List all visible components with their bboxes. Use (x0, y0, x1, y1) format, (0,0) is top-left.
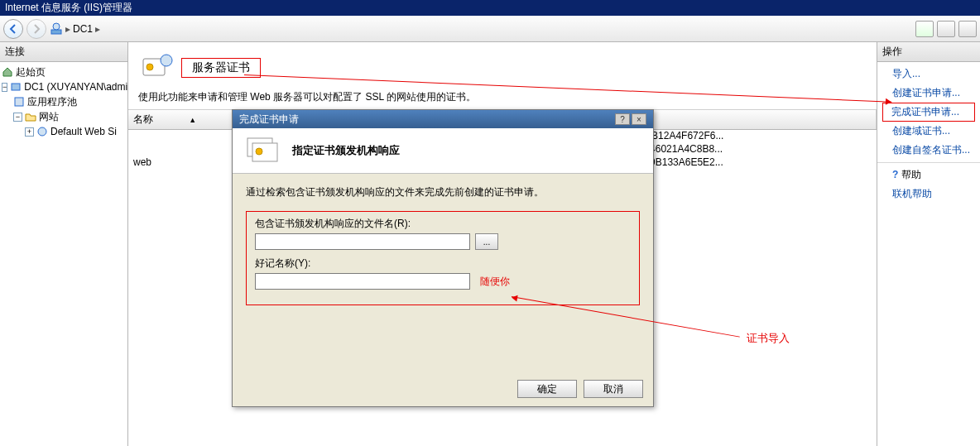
dialog-body: 通过检索包含证书颁发机构响应的文件来完成先前创建的证书申请。 包含证书颁发机构响… (233, 174, 653, 305)
toolbar-right-icons (915, 21, 977, 37)
browse-button[interactable]: ... (475, 233, 498, 250)
dialog-titlebar[interactable]: 完成证书申请 ? × (233, 110, 653, 128)
action-import[interactable]: 导入... (877, 65, 980, 84)
breadcrumb-arrow: ▸ (65, 23, 70, 35)
certificate-icon (244, 135, 282, 166)
tree-start-page[interactable]: 起始页 (2, 65, 126, 79)
complete-cert-dialog: 完成证书申请 ? × 指定证书颁发机构响应 通过检索包含证书颁发机构响应的文件来… (232, 109, 654, 407)
certificate-icon (138, 50, 173, 85)
content-header: 服务器证书 (128, 42, 877, 90)
action-create-cert-request[interactable]: 创建证书申请... (877, 84, 980, 103)
action-create-domain-cert[interactable]: 创建域证书... (877, 122, 980, 141)
friendly-name-label: 好记名称(Y): (255, 257, 631, 271)
dialog-help-button[interactable]: ? (615, 113, 630, 125)
dialog-close-button[interactable]: × (632, 113, 646, 125)
dialog-buttons: 确定 取消 (517, 380, 643, 398)
action-create-selfsigned-cert[interactable]: 创建自签名证书... (877, 141, 980, 160)
connections-tree[interactable]: 起始页 − DC1 (XUYANYAN\admini 应用程序池 − 网站 + … (0, 62, 127, 141)
svg-point-4 (38, 127, 46, 136)
connections-panel: 连接 起始页 − DC1 (XUYANYAN\admini 应用程序池 − 网站 (0, 42, 128, 446)
arrowhead-icon (511, 294, 517, 301)
expand-icon[interactable]: + (25, 127, 34, 137)
svg-point-6 (147, 64, 153, 70)
actions-title: 操作 (877, 42, 980, 62)
svg-rect-0 (51, 30, 61, 34)
annotation-text: 证书导入 (747, 331, 790, 346)
dialog-heading: 指定证书颁发机构响应 (292, 143, 400, 158)
file-name-label: 包含证书颁发机构响应的文件名(R): (255, 217, 631, 231)
cancel-button[interactable]: 取消 (584, 380, 643, 398)
toolbar-button-2[interactable] (937, 21, 955, 37)
nav-forward-button[interactable] (26, 19, 46, 39)
server-icon (50, 22, 63, 36)
svg-rect-3 (15, 98, 23, 106)
action-complete-cert-request[interactable]: 完成证书申请... (882, 103, 975, 122)
tree-apppools[interactable]: 应用程序池 (2, 94, 126, 109)
action-help[interactable]: ?帮助 (877, 162, 980, 185)
svg-rect-2 (12, 84, 20, 90)
breadcrumb-node[interactable]: DC1 (73, 23, 93, 35)
toolbar-button-3[interactable] (958, 21, 977, 37)
tree-sites[interactable]: − 网站 (2, 109, 126, 124)
tree-label: 网站 (39, 109, 59, 124)
window-titlebar: Internet 信息服务 (IIS)管理器 (0, 0, 980, 16)
tree-label: DC1 (XUYANYAN\admini (24, 79, 135, 94)
actions-panel: 操作 导入... 创建证书申请... 完成证书申请... 创建域证书... 创建… (877, 42, 980, 446)
server-icon (10, 81, 22, 93)
dialog-title: 完成证书申请 (239, 113, 299, 127)
nav-back-button[interactable] (3, 19, 23, 39)
file-name-input[interactable] (255, 233, 470, 250)
tree-label: 起始页 (16, 65, 46, 79)
ok-button[interactable]: 确定 (517, 380, 577, 398)
tree-default-site[interactable]: + Default Web Si (2, 124, 126, 139)
sort-asc-icon: ▲ (189, 116, 196, 124)
globe-icon (36, 126, 48, 137)
connections-title: 连接 (0, 42, 127, 62)
breadcrumb[interactable]: ▸ DC1 ▸ (50, 22, 912, 36)
collapse-icon[interactable]: − (2, 83, 7, 92)
toolbar-button-1[interactable] (915, 21, 934, 37)
folder-icon (25, 111, 36, 122)
inline-annotation: 随便你 (480, 275, 510, 289)
collapse-icon[interactable]: − (13, 113, 22, 122)
help-icon: ? (892, 169, 898, 180)
svg-point-1 (53, 23, 60, 30)
window-title: Internet 信息服务 (IIS)管理器 (5, 1, 132, 15)
form-group-highlight: 包含证书颁发机构响应的文件名(R): ... 好记名称(Y): 随便你 (246, 211, 640, 305)
svg-point-10 (256, 148, 262, 155)
arrowhead-icon (886, 98, 891, 105)
page-description: 使用此功能来申请和管理 Web 服务器可以对配置了 SSL 的网站使用的证书。 (128, 90, 877, 109)
friendly-name-input[interactable] (255, 273, 470, 290)
home-icon (2, 66, 13, 78)
tree-label: 应用程序池 (27, 94, 77, 109)
dialog-description: 通过检索包含证书颁发机构响应的文件来完成先前创建的证书申请。 (246, 185, 640, 199)
apppool-icon (13, 96, 25, 108)
svg-point-7 (161, 55, 172, 66)
action-online-help[interactable]: 联机帮助 (877, 185, 980, 204)
toolbar: ▸ DC1 ▸ (0, 16, 980, 42)
tree-label: Default Web Si (50, 124, 117, 139)
tree-server[interactable]: − DC1 (XUYANYAN\admini (2, 79, 126, 94)
breadcrumb-arrow: ▸ (95, 23, 100, 35)
dialog-header: 指定证书颁发机构响应 (233, 128, 653, 174)
